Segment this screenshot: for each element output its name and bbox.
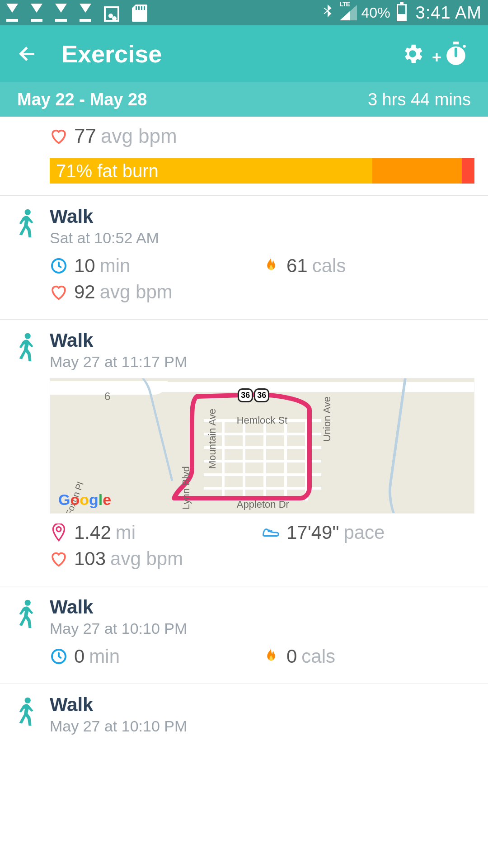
exercise-item[interactable]: Walk May 27 at 10:10 PM [0,684,488,747]
stat-calories: 61 cals [262,255,474,277]
stat-distance: 1.42 mi [50,522,262,543]
google-logo: Google [58,491,111,509]
signal-icon: LTE [340,5,357,20]
download-icon [6,4,18,22]
heart-icon [50,550,68,568]
duration-value: 0 [74,646,84,667]
stat-heart-rate: 103 avg bpm [50,548,474,570]
walk-icon [14,332,36,574]
settings-button[interactable] [397,38,428,70]
svg-point-2 [463,45,466,47]
exercise-item[interactable]: Walk May 27 at 11:17 PM 6 36 36 Hemlock … [0,320,488,586]
activity-subtitle: May 27 at 11:17 PM [50,353,474,371]
route-badge: 36 36 [238,388,269,402]
shoe-icon [262,524,280,542]
svg-point-8 [25,698,31,703]
bpm-value: 92 [74,281,95,303]
walk-icon [14,697,36,735]
date-range: May 22 - May 28 [17,90,147,109]
duration-unit: min [89,646,120,667]
svg-rect-0 [453,42,459,44]
bluetooth-icon [320,2,335,24]
activity-title: Walk [50,330,474,351]
back-button[interactable] [16,40,43,67]
gear-icon [400,42,425,66]
activity-subtitle: Sat at 10:52 AM [50,229,474,247]
heart-icon [50,127,68,145]
exercise-list[interactable]: 77 avg bpm 71% fat burn Walk Sat at [0,117,488,747]
add-exercise-button[interactable]: + [440,38,472,70]
duration-value: 10 [74,255,95,277]
calories-unit: cals [312,255,346,277]
activity-subtitle: May 27 at 10:10 PM [50,620,474,637]
calories-value: 0 [286,646,297,667]
plus-icon: + [432,48,441,67]
bpm-value: 103 [74,548,106,570]
activity-title: Walk [50,694,474,716]
calories-unit: cals [301,646,335,667]
total-duration: 3 hrs 44 mins [368,90,471,109]
map-label: 6 [104,390,110,403]
walk-icon [14,208,36,307]
map-label: Hemlock St [237,415,287,426]
status-clock: 3:41 AM [416,3,482,23]
flame-icon [262,647,280,665]
map-label: Union Ave [321,396,333,442]
exercise-item[interactable]: Walk Sat at 10:52 AM 10 min 61 cals [0,196,488,320]
exercise-item[interactable]: Walk May 27 at 10:10 PM 0 min 0 cals [0,586,488,684]
stopwatch-icon [445,42,467,66]
map-label: Lynn Blvd [180,466,192,509]
map-label: Mountain Ave [206,409,218,469]
activity-title: Walk [50,206,474,227]
image-icon [104,6,119,22]
download-icon [80,4,91,22]
status-bar: LTE 40% 3:41 AM [0,0,488,25]
heart-icon [50,283,68,301]
stat-pace: 17'49" pace [262,522,474,543]
back-arrow-icon [16,43,38,65]
distance-unit: mi [116,522,136,543]
clock-icon [50,257,68,275]
battery-icon [397,4,407,21]
app-bar: Exercise + [0,25,488,82]
pace-value: 17'49" [286,522,339,543]
map-label: Appleton Dr [237,499,289,510]
stat-calories: 0 cals [262,646,474,667]
exercise-item-partial[interactable]: 77 avg bpm 71% fat burn [0,117,488,196]
location-pin-icon [50,524,68,542]
bpm-unit: avg bpm [100,281,173,303]
status-right: LTE 40% 3:41 AM [320,2,482,24]
distance-value: 1.42 [74,522,111,543]
clock-icon [50,647,68,665]
activity-title: Walk [50,596,474,618]
activity-subtitle: May 27 at 10:10 PM [50,717,474,735]
stat-duration: 10 min [50,255,262,277]
route-map[interactable]: 6 36 36 Hemlock St Appleton Dr Mountain … [50,378,474,514]
bpm-unit: avg bpm [101,125,177,147]
calories-value: 61 [286,255,308,277]
download-icon [55,4,67,22]
fat-burn-label: 71% fat burn [56,161,159,181]
svg-point-3 [25,209,31,215]
download-icon [31,4,42,22]
bpm-value: 77 [74,125,96,147]
stat-duration: 0 min [50,646,262,667]
stat-heart-rate: 77 avg bpm [50,125,474,147]
walk-icon [14,599,36,672]
sdcard-icon [132,5,147,22]
svg-point-6 [25,600,31,606]
stat-heart-rate: 92 avg bpm [50,281,474,303]
status-left [6,4,147,22]
flame-icon [262,257,280,275]
pace-unit: pace [343,522,385,543]
svg-point-5 [25,333,31,339]
battery-percent: 40% [361,5,390,21]
date-summary-bar[interactable]: May 22 - May 28 3 hrs 44 mins [0,82,488,117]
page-title: Exercise [61,40,385,68]
duration-unit: min [100,255,131,277]
fat-burn-bar: 71% fat burn [50,158,474,184]
bpm-unit: avg bpm [110,548,183,570]
